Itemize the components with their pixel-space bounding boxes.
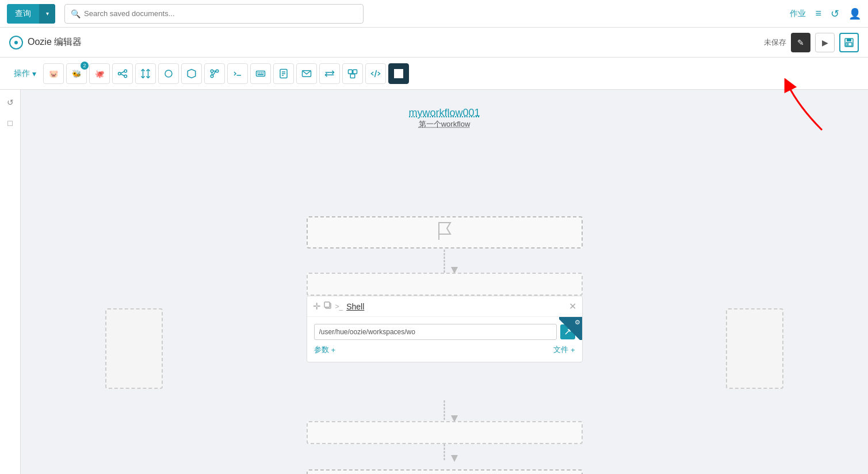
nav-refresh-icon[interactable]: ↺ [831, 7, 839, 20]
start-flag-icon [434, 220, 455, 244]
drop-zone-1[interactable] [307, 273, 583, 296]
hive-badge: 2 [81, 62, 89, 70]
svg-rect-2 [846, 43, 852, 46]
query-dropdown-button[interactable]: ▾ [39, 4, 55, 24]
settings-gear-icon: ⚙ [575, 319, 580, 326]
canvas: myworkflow001 第一个workflow [21, 90, 868, 474]
play-button[interactable]: ▶ [815, 33, 835, 52]
svg-text:🐷: 🐷 [49, 69, 59, 79]
search-input[interactable] [84, 9, 357, 18]
workflow-container: myworkflow001 第一个workflow [21, 90, 868, 474]
shell-footer: 参数 + 文件 + [314, 345, 575, 355]
node-shell: ✛ >_ Shell ✕ ⚙ [307, 296, 583, 362]
toolbar-sqoop-icon[interactable]: 🐙 [89, 63, 110, 84]
shell-params-add[interactable]: 参数 + [314, 345, 336, 355]
toolbar-subworkflow-icon[interactable] [342, 63, 363, 84]
side-placeholder-right [726, 308, 783, 389]
mapreduce-icon [140, 68, 151, 79]
nav-right: 作业 ≡ ↺ 👤 [790, 7, 861, 20]
nav-menu-icon[interactable]: ≡ [815, 7, 821, 20]
shell-files-add-icon[interactable]: + [571, 346, 575, 354]
toolbar-code-icon[interactable] [365, 63, 386, 84]
svg-point-9 [124, 70, 127, 72]
svg-point-10 [124, 75, 127, 78]
workflow-description[interactable]: 第一个workflow [408, 119, 480, 129]
svg-rect-1 [847, 39, 851, 41]
toolbar-hive-icon[interactable]: 🐝 2 [66, 63, 87, 84]
shell-path-input[interactable] [314, 324, 557, 340]
dropdown-icon: ▾ [46, 10, 49, 17]
transfer-icon [324, 68, 335, 79]
sidebar-refresh-icon[interactable]: ↺ [2, 94, 18, 110]
email-icon [301, 68, 312, 79]
hive-icon: 🐝 [71, 68, 82, 79]
side-placeholder-left [105, 308, 163, 389]
svg-rect-37 [353, 70, 357, 74]
toolbar-shell-icon[interactable] [227, 63, 248, 84]
shell-params-add-icon[interactable]: + [331, 346, 336, 354]
svg-marker-48 [451, 455, 458, 462]
shell-shell-icon: >_ [335, 303, 343, 311]
oozie-icon [9, 36, 23, 49]
toolbar-git-icon[interactable] [204, 63, 225, 84]
shell-files-label: 文件 [553, 345, 568, 355]
node-close-button[interactable]: ✕ [569, 301, 576, 312]
toolbar-kill-icon[interactable] [388, 63, 409, 84]
svg-line-39 [375, 70, 377, 77]
svg-rect-36 [349, 70, 353, 74]
editor-actions: 未保存 ✎ ▶ [764, 33, 859, 52]
kill-icon [394, 69, 403, 78]
nav-user-icon[interactable]: 👤 [848, 7, 861, 20]
node-start [307, 216, 583, 249]
svg-line-12 [121, 74, 124, 75]
toolbar-distcp-icon[interactable] [112, 63, 133, 84]
ssh-icon [255, 68, 266, 79]
editor-header: Oozie 编辑器 未保存 ✎ ▶ [0, 28, 868, 58]
svg-text:🐝: 🐝 [72, 69, 82, 79]
svg-rect-3 [847, 43, 848, 45]
toolbar-transfer-icon[interactable] [319, 63, 340, 84]
search-bar: 🔍 [64, 4, 364, 24]
svg-rect-40 [394, 69, 403, 78]
shell-path-row [314, 324, 575, 340]
save-button[interactable] [839, 33, 859, 52]
toolbar-hdfs-icon[interactable] [181, 63, 202, 84]
edit-button[interactable]: ✎ [791, 33, 810, 52]
node-shell-header: ✛ >_ Shell ✕ [307, 296, 582, 317]
svg-line-11 [121, 71, 124, 73]
shell-params-label: 参数 [314, 345, 329, 355]
workflow-name[interactable]: myworkflow001 [408, 107, 480, 119]
node-move-icon[interactable]: ✛ [313, 301, 320, 312]
distcp-icon [117, 68, 128, 79]
toolbar: 操作 ▾ 🐷 🐝 2 🐙 [0, 58, 868, 90]
svg-rect-51 [324, 302, 330, 307]
hdfs-icon [186, 68, 197, 79]
save-icon [844, 37, 854, 48]
ops-dropdown-icon: ▾ [32, 69, 36, 78]
svg-rect-38 [350, 74, 355, 78]
sqoop-icon: 🐙 [94, 68, 105, 79]
ops-dropdown-button[interactable]: 操作 ▾ [9, 66, 41, 81]
subworkflow-icon [347, 68, 358, 79]
node-copy-icon[interactable] [324, 301, 332, 312]
svg-point-16 [211, 70, 213, 72]
nav-jobs[interactable]: 作业 [790, 9, 806, 19]
query-button[interactable]: 查询 [7, 4, 39, 24]
toolbar-mapreduce-icon[interactable] [135, 63, 156, 84]
shell-files-add[interactable]: 文件 + [553, 345, 575, 355]
pig-icon: 🐷 [48, 68, 59, 79]
toolbar-document-icon[interactable] [273, 63, 294, 84]
code-icon [370, 68, 381, 79]
toolbar-email-icon[interactable] [296, 63, 317, 84]
unsaved-label: 未保存 [764, 37, 786, 48]
toolbar-ssh-icon[interactable] [250, 63, 271, 84]
toolbar-spark-icon[interactable] [158, 63, 179, 84]
settings-corner[interactable]: ⚙ [559, 317, 582, 340]
search-icon: 🔍 [71, 9, 81, 18]
node-shell-label[interactable]: Shell [346, 302, 565, 311]
toolbar-pig-icon[interactable]: 🐷 [43, 63, 64, 84]
svg-text:🐙: 🐙 [95, 69, 105, 79]
sidebar-panel-icon[interactable]: □ [2, 115, 18, 131]
drop-zone-2[interactable] [307, 421, 583, 444]
editor-title-text: Oozie 编辑器 [28, 36, 82, 48]
